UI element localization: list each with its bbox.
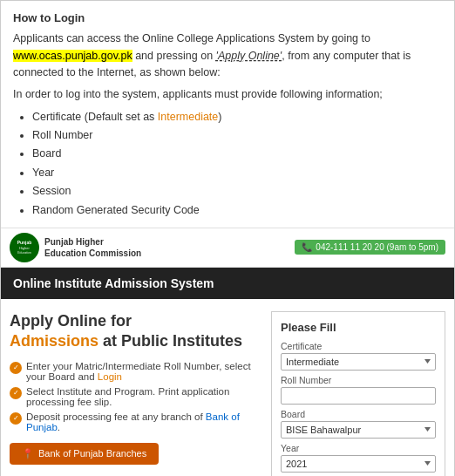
- top-bar: Punjab Higher Education Punjab Higher Ed…: [1, 228, 454, 268]
- how-to-login-section: How to Login Applicants can access the O…: [1, 1, 454, 228]
- login-link[interactable]: Login: [98, 371, 122, 382]
- certificate-label: Certificate: [281, 341, 436, 351]
- list-item-0: Certificate (Default set as Intermediate…: [32, 109, 442, 126]
- intro-text-2: and pressing on: [132, 50, 216, 62]
- phone-badge: 📞 042-111 11 20 20 (9am to 5pm): [295, 240, 445, 255]
- logo-area: Punjab Higher Education Punjab Higher Ed…: [10, 233, 141, 262]
- logo-icon: Punjab Higher Education: [10, 233, 39, 262]
- left-panel: Apply Online for Admissions at Public In…: [10, 311, 271, 476]
- pin-icon: [22, 448, 34, 459]
- ocas-link[interactable]: www.ocas.punjab.gov.pk: [13, 50, 132, 62]
- step-check-icon-2: [10, 387, 22, 399]
- step-item-2: Select Institute and Program. Print appl…: [10, 386, 262, 407]
- bank-button[interactable]: Bank of Punjab Branches: [10, 443, 159, 465]
- bank-btn-label: Bank of Punjab Branches: [38, 448, 146, 459]
- apply-online-text: 'Apply Online': [216, 50, 282, 62]
- main-content: Apply Online for Admissions at Public In…: [1, 299, 454, 476]
- header-title: Online Institute Admission System: [13, 276, 214, 290]
- bank-link[interactable]: Bank of Punjab: [26, 411, 240, 432]
- apply-title: Apply Online for Admissions at Public In…: [10, 311, 262, 352]
- step-item-1: Enter your Matric/Intermediate Roll Numb…: [10, 361, 262, 382]
- apply-line1: Apply Online for: [10, 311, 262, 331]
- board-select[interactable]: BISE Bahawalpur BISE Lahore BISE Multan: [281, 421, 436, 439]
- apply-line2b: at Public Institutes: [98, 332, 242, 350]
- certificate-select[interactable]: Intermediate Matric: [281, 353, 436, 371]
- phone-number: 042-111 11 20 20 (9am to 5pm): [316, 242, 438, 252]
- step-check-icon-3: [10, 412, 22, 425]
- intro-paragraph: Applicants can access the Online College…: [13, 31, 442, 81]
- apply-line2: Admissions at Public Institutes: [10, 331, 262, 351]
- dark-header: Online Institute Admission System: [1, 268, 454, 299]
- list-item-1: Roll Number: [32, 127, 442, 144]
- how-to-login-title: How to Login: [13, 10, 442, 27]
- logo-svg: Punjab Higher Education: [12, 235, 37, 260]
- svg-text:Education: Education: [17, 251, 31, 255]
- step-check-icon-1: [10, 362, 22, 374]
- step-list: Enter your Matric/Intermediate Roll Numb…: [10, 361, 262, 432]
- svg-text:Punjab: Punjab: [17, 240, 32, 245]
- roll-number-input[interactable]: [281, 387, 436, 405]
- form-title: Please Fill: [281, 321, 436, 334]
- roll-number-label: Roll Number: [281, 375, 436, 385]
- requirements-list: Certificate (Default set as Intermediate…: [32, 109, 442, 219]
- page-container: How to Login Applicants can access the O…: [0, 0, 455, 476]
- list-item-4: Session: [32, 183, 442, 200]
- list-item-3: Year: [32, 165, 442, 181]
- list-item-2: Board: [32, 146, 442, 162]
- logo-text: Punjab Higher Education Commission: [44, 236, 141, 259]
- intro-text-1: Applicants can access the Online College…: [13, 32, 370, 44]
- phone-icon: 📞: [302, 242, 312, 252]
- info-paragraph: In order to log into the system, applica…: [13, 86, 442, 103]
- list-item-5: Random Generated Security Code: [32, 202, 442, 219]
- svg-text:Higher: Higher: [19, 246, 30, 250]
- admissions-text: Admissions: [10, 332, 98, 350]
- form-box: Please Fill Certificate Intermediate Mat…: [271, 311, 445, 476]
- step-item-3: Deposit processing fee at any branch of …: [10, 411, 262, 432]
- right-panel: Please Fill Certificate Intermediate Mat…: [271, 311, 445, 476]
- year-label: Year: [281, 443, 436, 453]
- year-select[interactable]: 2021 2020 2019: [281, 455, 436, 473]
- board-label: Board: [281, 409, 436, 419]
